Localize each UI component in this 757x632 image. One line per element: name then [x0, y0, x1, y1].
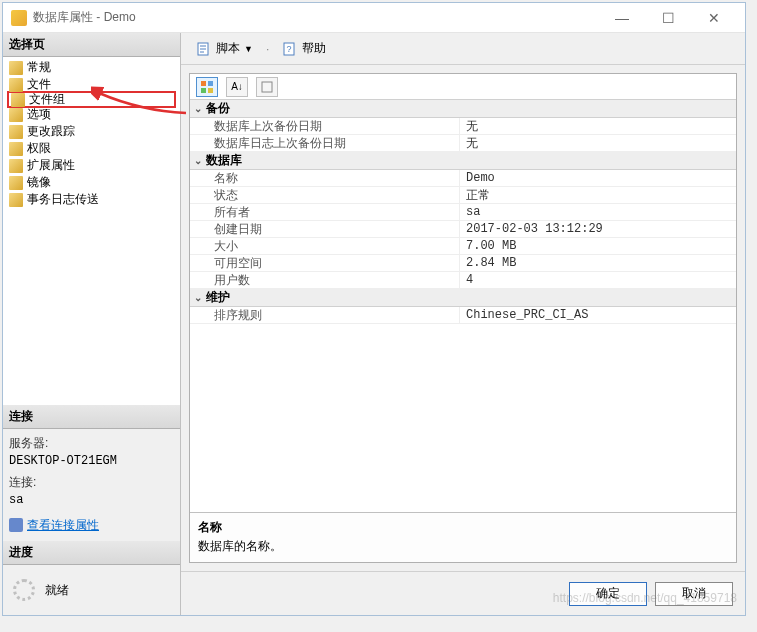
svg-text:?: ? — [287, 44, 292, 54]
property-row[interactable]: 所有者sa — [190, 204, 736, 221]
progress-status: 就绪 — [45, 582, 69, 599]
chevron-down-icon: ⌄ — [194, 155, 206, 166]
description-text: 数据库的名称。 — [198, 538, 728, 555]
help-button[interactable]: ? 帮助 — [275, 36, 333, 61]
categorized-view-button[interactable] — [196, 77, 218, 97]
property-category[interactable]: ⌄备份 — [190, 100, 736, 118]
sidebar-item-3[interactable]: 选项 — [3, 106, 180, 123]
database-icon — [11, 10, 27, 26]
sidebar-item-label: 扩展属性 — [27, 157, 75, 174]
sidebar-item-4[interactable]: 更改跟踪 — [3, 123, 180, 140]
property-label: 状态 — [190, 187, 460, 203]
property-label: 名称 — [190, 170, 460, 186]
property-value: 2017-02-03 13:12:29 — [460, 222, 736, 236]
property-value: 4 — [460, 273, 736, 287]
link-icon — [9, 518, 23, 532]
toolbar: 脚本 ▼ · ? 帮助 — [181, 33, 745, 65]
property-pages-button[interactable] — [256, 77, 278, 97]
minimize-button[interactable]: — — [599, 3, 645, 33]
page-icon — [9, 142, 23, 156]
svg-rect-4 — [208, 81, 213, 86]
sidebar-item-5[interactable]: 权限 — [3, 140, 180, 157]
property-label: 大小 — [190, 238, 460, 254]
server-value: DESKTOP-OT21EGM — [9, 454, 174, 468]
property-row[interactable]: 数据库日志上次备份日期无 — [190, 135, 736, 152]
sidebar-item-label: 权限 — [27, 140, 51, 157]
titlebar: 数据库属性 - Demo — ☐ ✕ — [3, 3, 745, 33]
property-value: Chinese_PRC_CI_AS — [460, 308, 736, 322]
property-row[interactable]: 创建日期2017-02-03 13:12:29 — [190, 221, 736, 238]
progress-header: 进度 — [3, 541, 180, 565]
property-row[interactable]: 大小7.00 MB — [190, 238, 736, 255]
server-label: 服务器: — [9, 435, 174, 452]
chevron-down-icon: ⌄ — [194, 292, 206, 303]
page-icon — [9, 176, 23, 190]
sidebar-item-0[interactable]: 常规 — [3, 59, 180, 76]
property-grid[interactable]: ⌄备份数据库上次备份日期无数据库日志上次备份日期无⌄数据库名称Demo状态正常所… — [190, 100, 736, 512]
help-icon: ? — [282, 41, 298, 57]
property-label: 创建日期 — [190, 221, 460, 237]
property-grid-container: A↓ ⌄备份数据库上次备份日期无数据库日志上次备份日期无⌄数据库名称Demo状态… — [189, 73, 737, 563]
property-row[interactable]: 用户数4 — [190, 272, 736, 289]
page-icon — [9, 125, 23, 139]
property-row[interactable]: 可用空间2.84 MB — [190, 255, 736, 272]
property-category[interactable]: ⌄数据库 — [190, 152, 736, 170]
property-category-name: 备份 — [206, 100, 230, 117]
script-button[interactable]: 脚本 ▼ — [189, 36, 260, 61]
right-panel: 脚本 ▼ · ? 帮助 A↓ — [181, 33, 745, 615]
property-label: 数据库日志上次备份日期 — [190, 135, 460, 151]
property-value: 2.84 MB — [460, 256, 736, 270]
description-panel: 名称 数据库的名称。 — [190, 512, 736, 562]
view-connection-props-link[interactable]: 查看连接属性 — [9, 517, 99, 534]
sidebar-item-label: 更改跟踪 — [27, 123, 75, 140]
svg-rect-5 — [201, 88, 206, 93]
svg-rect-6 — [208, 88, 213, 93]
property-row[interactable]: 状态正常 — [190, 187, 736, 204]
sidebar-item-6[interactable]: 扩展属性 — [3, 157, 180, 174]
property-value: 无 — [460, 135, 736, 152]
cancel-button[interactable]: 取消 — [655, 582, 733, 606]
page-icon — [9, 108, 23, 122]
connection-header: 连接 — [3, 405, 180, 429]
property-label: 用户数 — [190, 272, 460, 288]
page-tree: 常规文件文件组选项更改跟踪权限扩展属性镜像事务日志传送 — [3, 57, 180, 210]
property-row[interactable]: 名称Demo — [190, 170, 736, 187]
chevron-down-icon: ⌄ — [194, 103, 206, 114]
toolbar-separator: · — [266, 42, 269, 56]
progress-panel: 进度 就绪 — [3, 541, 180, 615]
svg-rect-3 — [201, 81, 206, 86]
spinner-icon — [13, 579, 35, 601]
select-page-header: 选择页 — [3, 33, 180, 57]
property-row[interactable]: 数据库上次备份日期无 — [190, 118, 736, 135]
property-value: 7.00 MB — [460, 239, 736, 253]
sidebar-item-label: 事务日志传送 — [27, 191, 99, 208]
sidebar-item-8[interactable]: 事务日志传送 — [3, 191, 180, 208]
property-label: 所有者 — [190, 204, 460, 220]
property-category[interactable]: ⌄维护 — [190, 289, 736, 307]
page-icon — [11, 93, 25, 107]
connection-panel: 连接 服务器: DESKTOP-OT21EGM 连接: sa 查看连接属性 — [3, 405, 180, 542]
property-category-name: 数据库 — [206, 152, 242, 169]
left-panel: 选择页 常规文件文件组选项更改跟踪权限扩展属性镜像事务日志传送 连接 服务器: … — [3, 33, 181, 615]
close-button[interactable]: ✕ — [691, 3, 737, 33]
property-label: 可用空间 — [190, 255, 460, 271]
help-label: 帮助 — [302, 40, 326, 57]
connection-label: 连接: — [9, 474, 174, 491]
page-icon — [9, 78, 23, 92]
maximize-button[interactable]: ☐ — [645, 3, 691, 33]
svg-rect-7 — [262, 82, 272, 92]
dialog-window: 数据库属性 - Demo — ☐ ✕ 选择页 常规文件文件组选项更改跟踪权限扩展… — [2, 2, 746, 616]
ok-button[interactable]: 确定 — [569, 582, 647, 606]
page-icon — [9, 193, 23, 207]
property-category-name: 维护 — [206, 289, 230, 306]
sidebar-item-7[interactable]: 镜像 — [3, 174, 180, 191]
property-label: 排序规则 — [190, 307, 460, 323]
button-bar: 确定 取消 — [181, 571, 745, 615]
property-grid-toolbar: A↓ — [190, 74, 736, 100]
alphabetical-view-button[interactable]: A↓ — [226, 77, 248, 97]
script-icon — [196, 41, 212, 57]
property-row[interactable]: 排序规则Chinese_PRC_CI_AS — [190, 307, 736, 324]
sidebar-item-label: 选项 — [27, 106, 51, 123]
sidebar-item-label: 常规 — [27, 59, 51, 76]
description-title: 名称 — [198, 519, 728, 536]
